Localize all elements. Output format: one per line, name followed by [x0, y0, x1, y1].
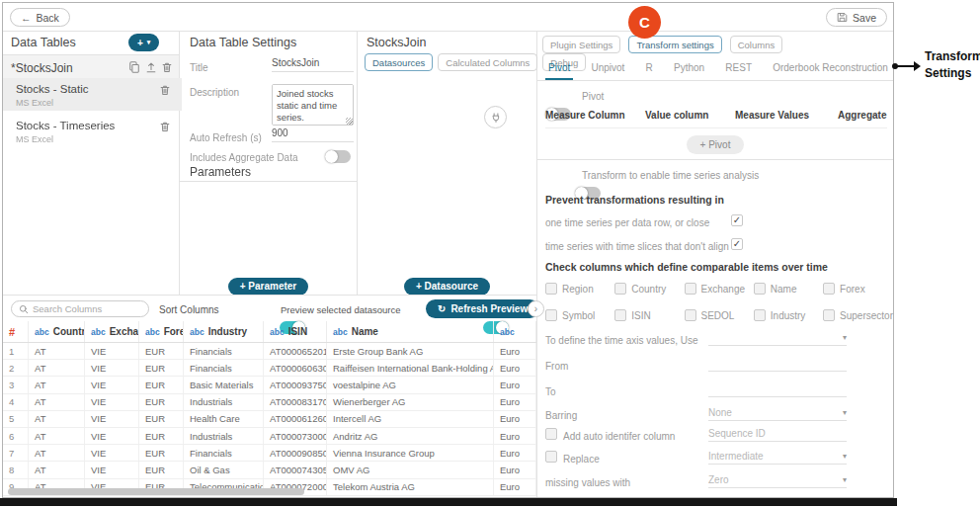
- missing-values-select[interactable]: Zero ▾: [708, 472, 847, 488]
- trash-icon[interactable]: [159, 121, 171, 132]
- checkbox-country[interactable]: [614, 283, 626, 295]
- time-axis-select[interactable]: ▾: [708, 330, 847, 346]
- add-data-table-button[interactable]: + ▾: [128, 34, 159, 51]
- column-type-icon: abc: [145, 327, 160, 337]
- column-header-industry[interactable]: abcIndustry: [184, 321, 264, 342]
- table-cell: 2: [3, 360, 29, 376]
- prevent-option-label: time series with time slices that don't …: [545, 241, 729, 252]
- checkbox-region[interactable]: [545, 283, 557, 295]
- copy-icon[interactable]: [128, 61, 140, 73]
- table-row[interactable]: 6ATVIEEURIndustrialsAT0000730007Andritz …: [3, 428, 536, 445]
- replace-select[interactable]: Intermediate ▾: [708, 449, 847, 465]
- button-columns[interactable]: Columns: [730, 36, 783, 53]
- table-row[interactable]: 5ATVIEEURHealth CareAT0000612601Intercel…: [3, 411, 536, 428]
- checkbox-supersector[interactable]: [823, 309, 835, 321]
- table-cell: VIE: [85, 445, 139, 461]
- column-name: Forex: [164, 326, 184, 337]
- auto-id-checkbox[interactable]: [545, 428, 557, 440]
- horizontal-scrollbar[interactable]: [8, 488, 304, 495]
- tab-datasources[interactable]: Datasources: [365, 53, 433, 71]
- tab-rest[interactable]: REST: [722, 62, 755, 80]
- search-columns-input[interactable]: [33, 303, 136, 314]
- checkbox-isin[interactable]: [614, 309, 626, 321]
- table-cell: Euro: [494, 445, 536, 461]
- column-header-forex[interactable]: abcForex: [139, 321, 184, 342]
- trash-icon[interactable]: [161, 61, 173, 73]
- tab-orderbook-reconstruction[interactable]: Orderbook Reconstruction: [770, 62, 891, 80]
- save-button[interactable]: Save: [826, 8, 887, 27]
- add-pivot-button[interactable]: + Pivot: [687, 135, 745, 154]
- trash-icon[interactable]: [159, 84, 171, 96]
- checkbox-sedol[interactable]: [685, 309, 696, 321]
- tab-python[interactable]: Python: [671, 62, 707, 80]
- add-pivot-container: + Pivot: [537, 134, 893, 154]
- pivot-header-measure-values: Measure Values: [735, 110, 838, 121]
- column-checkbox-grid: RegionCountryExchangeNameForexSymbolISIN…: [545, 283, 893, 321]
- table-cell: Industrials: [184, 428, 264, 444]
- table-cell: Telekom Austria AG: [327, 479, 494, 495]
- column-header-exchange[interactable]: abcExchange: [85, 321, 139, 342]
- auto-refresh-input[interactable]: 900: [272, 127, 354, 142]
- prevent-option-checkbox[interactable]: ✓: [731, 214, 743, 226]
- aggregate-toggle[interactable]: [325, 150, 351, 163]
- column-header-row-number[interactable]: #: [3, 321, 29, 342]
- from-label: From: [545, 361, 568, 372]
- replace-checkbox[interactable]: [545, 451, 557, 463]
- column-header-country[interactable]: abcCountry: [29, 321, 85, 342]
- table-cell: OMV AG: [327, 462, 494, 477]
- from-input[interactable]: [708, 356, 847, 372]
- column-header-name[interactable]: abcName: [327, 321, 494, 342]
- column-checkbox-isin: ISIN: [614, 309, 684, 321]
- title-field-input[interactable]: StocksJoin: [272, 57, 354, 72]
- plug-icon[interactable]: [484, 106, 507, 128]
- checkbox-forex[interactable]: [823, 283, 835, 295]
- checkbox-exchange[interactable]: [685, 283, 696, 295]
- table-cell: Euro: [494, 394, 536, 410]
- prevent-option-checkbox[interactable]: ✓: [731, 238, 743, 250]
- datasource-item-stocks-static[interactable]: Stocks - StaticMS Excel: [3, 78, 182, 111]
- add-datasource-button[interactable]: + Datasource: [404, 278, 490, 296]
- checkbox-industry[interactable]: [754, 309, 766, 321]
- to-input[interactable]: [708, 381, 847, 397]
- table-cell: EUR: [139, 411, 184, 427]
- column-header-isin[interactable]: abcISIN: [264, 321, 327, 342]
- add-parameter-button[interactable]: + Parameter: [228, 278, 309, 296]
- table-row[interactable]: 1ATVIEEURFinancialsAT0000652011Erste Gro…: [3, 343, 536, 360]
- back-button[interactable]: ← Back: [10, 8, 70, 27]
- table-row[interactable]: 3ATVIEEURBasic MaterialsAT0000937503voes…: [3, 377, 536, 393]
- table-row[interactable]: 4ATVIEEURIndustrialsAT0000831706Wienerbe…: [3, 394, 536, 411]
- table-row[interactable]: 7ATVIEEURFinancialsAT0000908504Vienna In…: [3, 445, 536, 462]
- tab-pivot[interactable]: Pivot: [545, 62, 573, 80]
- export-icon[interactable]: [145, 61, 157, 73]
- to-label: To: [545, 386, 556, 397]
- search-columns-box: [11, 300, 149, 317]
- barring-select[interactable]: None ▾: [708, 405, 847, 421]
- checkbox-symbol[interactable]: [545, 309, 557, 321]
- table-row[interactable]: 8ATVIEEUROil & GasAT0000743059OMV AGEuro: [3, 462, 536, 478]
- table-cell: AT0000937503: [264, 377, 327, 392]
- datasource-type: MS Excel: [16, 134, 170, 144]
- refresh-preview-button[interactable]: ↻ Refresh Preview: [426, 299, 539, 318]
- table-row[interactable]: 2ATVIEEURFinancialsAT0000606306Raiffeise…: [3, 360, 536, 377]
- button-plugin-settings[interactable]: Plugin Settings: [542, 36, 620, 53]
- transform-toggle-label: Transform to enable time series analysis: [582, 170, 759, 181]
- resize-grip[interactable]: [346, 118, 353, 125]
- table-cell: VIE: [85, 462, 139, 477]
- tab-r[interactable]: R: [643, 62, 656, 80]
- column-checkbox-forex: Forex: [823, 283, 893, 295]
- table-cell: Basic Materials: [184, 377, 264, 392]
- time-axis-label: To define the time axis values, Use: [545, 335, 698, 346]
- divider: [537, 159, 893, 160]
- column-header-row-number[interactable]: abc: [494, 321, 536, 342]
- description-field-input[interactable]: Joined stocks static and time series.: [272, 84, 354, 126]
- auto-id-input[interactable]: Sequence ID: [708, 426, 847, 442]
- tab-calculated-columns[interactable]: Calculated Columns: [438, 53, 537, 71]
- datasource-item-stocks-timeseries[interactable]: Stocks - TimeseriesMS Excel: [3, 115, 182, 150]
- expand-preview-button[interactable]: ›: [528, 300, 544, 317]
- divider: [545, 127, 887, 128]
- replace-label: Replace: [563, 454, 600, 465]
- tab-unpivot[interactable]: Unpivot: [588, 62, 627, 80]
- checkbox-name[interactable]: [754, 283, 766, 295]
- table-cell: AT0000730007: [264, 428, 327, 444]
- aggregate-label: Includes Aggregate Data: [190, 152, 298, 163]
